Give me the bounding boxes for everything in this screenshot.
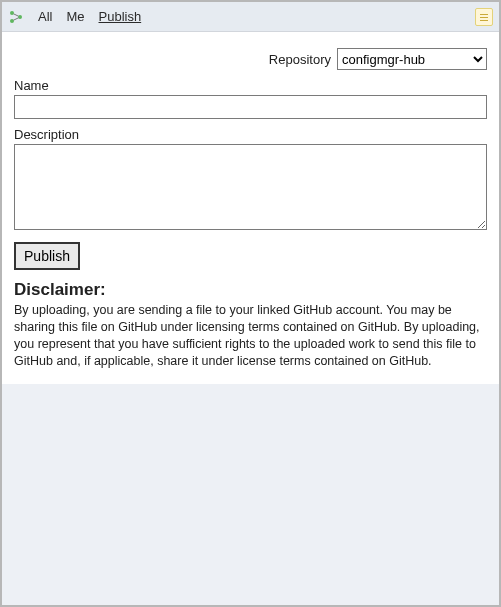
list-icon xyxy=(479,12,489,22)
name-label: Name xyxy=(14,78,487,93)
toolbar: All Me Publish xyxy=(2,2,499,32)
repository-row: Repository configmgr-hub xyxy=(14,48,487,70)
svg-point-2 xyxy=(18,15,22,19)
publish-button[interactable]: Publish xyxy=(14,242,80,270)
svg-line-3 xyxy=(14,13,19,15)
disclaimer-text: By uploading, you are sending a file to … xyxy=(14,302,487,370)
tab-all[interactable]: All xyxy=(38,9,52,24)
description-label: Description xyxy=(14,127,487,142)
svg-rect-6 xyxy=(480,17,488,18)
svg-point-0 xyxy=(10,11,14,15)
publish-form: Repository configmgr-hub Name Descriptio… xyxy=(2,32,499,384)
window: All Me Publish Repository configmgr-hub … xyxy=(0,0,501,607)
svg-line-4 xyxy=(14,17,19,19)
svg-rect-5 xyxy=(480,14,488,15)
svg-point-1 xyxy=(10,19,14,23)
repository-select[interactable]: configmgr-hub xyxy=(337,48,487,70)
name-input[interactable] xyxy=(14,95,487,119)
svg-rect-7 xyxy=(480,20,488,21)
repository-label: Repository xyxy=(269,52,331,67)
tab-publish[interactable]: Publish xyxy=(99,9,142,24)
description-textarea[interactable] xyxy=(14,144,487,230)
toolbar-action-button[interactable] xyxy=(475,8,493,26)
share-icon xyxy=(8,9,24,25)
disclaimer-heading: Disclaimer: xyxy=(14,280,487,300)
empty-area xyxy=(2,384,499,606)
tab-me[interactable]: Me xyxy=(66,9,84,24)
